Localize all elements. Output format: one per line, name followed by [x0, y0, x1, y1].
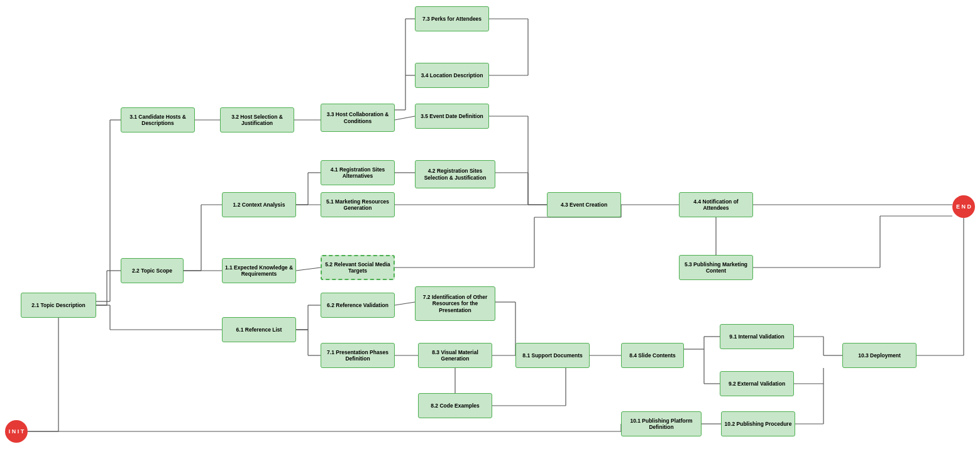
- node-other-resources: 7.2 Identification of Other Resources fo…: [415, 286, 495, 321]
- node-marketing-resources: 5.1 Marketing Resources Generation: [321, 192, 395, 217]
- node-expected-knowledge: 1.1 Expected Knowledge & Requirements: [222, 258, 296, 283]
- node-host-selection: 3.2 Host Selection & Justification: [220, 107, 294, 133]
- node-event-creation: 4.3 Event Creation: [547, 192, 621, 217]
- node-candidate-hosts: 3.1 Candidate Hosts & Descriptions: [121, 107, 195, 133]
- node-external-validation: 9.2 External Validation: [720, 371, 794, 396]
- node-code-examples: 8.2 Code Examples: [418, 393, 492, 418]
- diagram-container: 2.1 Topic Description 2.2 Topic Scope 3.…: [0, 0, 980, 449]
- node-reference-validation: 6.2 Reference Validation: [321, 293, 395, 318]
- svg-line-34: [296, 268, 321, 271]
- node-event-date: 3.5 Event Date Definition: [415, 104, 489, 129]
- svg-line-49: [395, 302, 415, 305]
- svg-line-15: [395, 116, 415, 120]
- node-notification-attendees: 4.4 Notification of Attendees: [679, 192, 753, 217]
- node-context-analysis: 1.2 Context Analysis: [222, 192, 296, 217]
- node-perks-attendees: 7.3 Perks for Attendees: [415, 6, 489, 31]
- node-publishing-marketing: 5.3 Publishing Marketing Content: [679, 255, 753, 280]
- node-support-documents: 8.1 Support Documents: [515, 343, 590, 368]
- node-registration-alternatives: 4.1 Registration Sites Alternatives: [321, 160, 395, 185]
- node-slide-contents: 8.4 Slide Contents: [621, 343, 684, 368]
- end-node: E N D: [952, 195, 975, 218]
- connections-svg: [0, 0, 980, 449]
- node-internal-validation: 9.1 Internal Validation: [720, 324, 794, 349]
- node-social-media: 5.2 Relevant Social Media Targets: [321, 255, 395, 280]
- node-visual-material: 8.3 Visual Material Generation: [418, 343, 492, 368]
- init-node: I N I T: [5, 420, 28, 443]
- node-topic-description: 2.1 Topic Description: [21, 293, 96, 318]
- node-registration-selection: 4.2 Registration Sites Selection & Justi…: [415, 160, 495, 188]
- node-topic-scope: 2.2 Topic Scope: [121, 258, 184, 283]
- node-publishing-procedure: 10.2 Publishing Procedure: [721, 411, 795, 436]
- node-reference-list: 6.1 Reference List: [222, 317, 296, 342]
- node-presentation-phases: 7.1 Presentation Phases Definition: [321, 343, 395, 368]
- node-publishing-platform: 10.1 Publishing Platform Definition: [621, 411, 702, 436]
- node-location-description: 3.4 Location Description: [415, 63, 489, 88]
- node-host-collaboration: 3.3 Host Collaboration & Conditions: [321, 104, 395, 132]
- node-deployment: 10.3 Deployment: [842, 343, 917, 368]
